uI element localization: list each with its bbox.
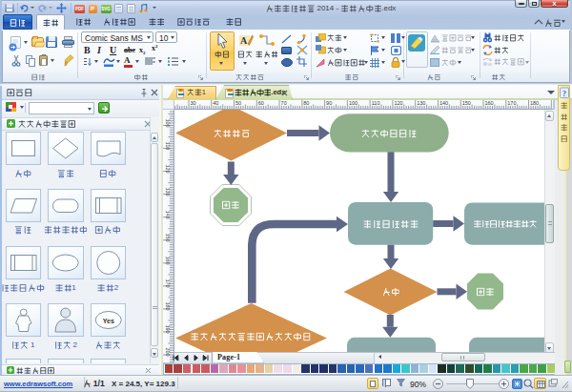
svg-text:Yes: Yes — [102, 317, 113, 323]
svg-text:A: A — [240, 35, 248, 46]
svg-text:?: ? — [562, 90, 566, 98]
